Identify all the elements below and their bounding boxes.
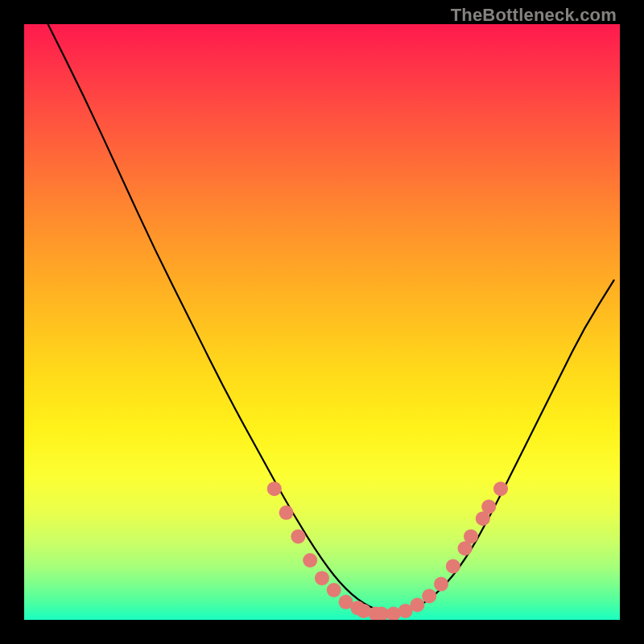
threshold-dot <box>267 481 282 496</box>
threshold-dot <box>493 481 508 496</box>
threshold-dot <box>279 506 294 520</box>
plot-area <box>24 24 620 620</box>
threshold-dot <box>315 571 329 585</box>
threshold-dot <box>410 598 424 613</box>
threshold-dot <box>327 583 341 597</box>
threshold-dot <box>446 559 460 573</box>
chart-frame: TheBottleneck.com <box>0 0 644 644</box>
threshold-dot <box>481 499 496 514</box>
bottleneck-curve <box>48 24 614 613</box>
threshold-dot <box>434 577 448 592</box>
threshold-dot <box>303 553 317 568</box>
threshold-dots <box>267 481 508 620</box>
chart-svg <box>24 24 620 620</box>
threshold-dot <box>291 529 305 543</box>
threshold-dot <box>464 529 478 543</box>
watermark-text: TheBottleneck.com <box>451 5 617 26</box>
threshold-dot <box>422 588 436 603</box>
